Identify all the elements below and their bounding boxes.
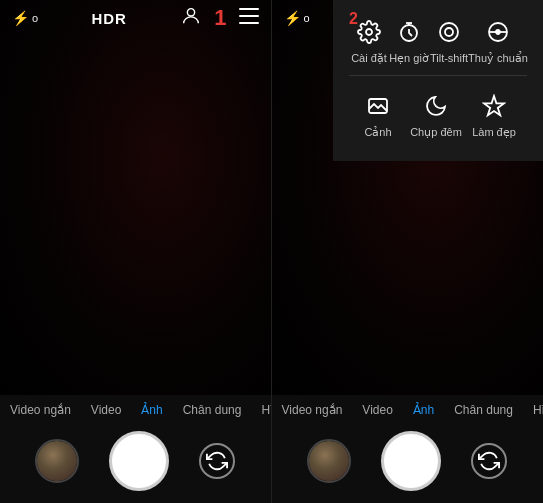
mode-tab-anh[interactable]: Ảnh xyxy=(131,403,172,417)
menu-row-2: Cảnh Chụp đêm xyxy=(333,84,543,145)
thumbnail-image-left xyxy=(37,441,77,481)
flash-off-label: o xyxy=(32,12,38,24)
shutter-button-left[interactable] xyxy=(109,431,169,491)
mode-tab-hinh-r[interactable]: Hình xyxy=(523,403,543,417)
bottom-bar-left: Video ngắn Video Ảnh Chân dung Hình xyxy=(0,395,271,503)
flash-icon: ⚡ xyxy=(12,10,29,26)
face-detection-icon[interactable] xyxy=(180,5,202,32)
flash-icon-right: ⚡ xyxy=(284,10,301,26)
camera-viewfinder-left: ⚡ o HDR 1 xyxy=(0,0,271,395)
svg-rect-2 xyxy=(239,15,259,17)
beauty-label: Làm đẹp xyxy=(472,126,516,139)
gallery-thumbnail-left[interactable] xyxy=(35,439,79,483)
menu-item-tiltshift[interactable]: Tilt-shift xyxy=(429,16,469,64)
camera-menu-overlay: 2 Cài đặt xyxy=(333,0,543,161)
menu-divider xyxy=(349,75,527,76)
tiltshift-icon xyxy=(433,16,465,48)
mode-tab-anh-r[interactable]: Ảnh xyxy=(403,403,444,417)
right-camera-panel: ⚡ o 2 Cài đặt xyxy=(272,0,544,503)
camera-flip-button-right[interactable] xyxy=(471,443,507,479)
menu-item-nightmode[interactable]: Chụp đêm xyxy=(407,90,465,139)
camera-controls-left xyxy=(0,423,271,503)
mode-tabs-left: Video ngắn Video Ảnh Chân dung Hình xyxy=(0,395,271,423)
timer-label: Hẹn giờ xyxy=(389,52,429,65)
menu-badge-1[interactable]: 1 xyxy=(214,5,226,31)
gallery-thumbnail-right[interactable] xyxy=(307,439,351,483)
nightmode-icon xyxy=(420,90,452,122)
svg-point-0 xyxy=(188,8,195,15)
scene-icon xyxy=(362,90,394,122)
nightmode-label: Chụp đêm xyxy=(410,126,462,139)
menu-lines-icon[interactable] xyxy=(239,8,259,28)
flash-control[interactable]: ⚡ o xyxy=(12,10,38,26)
hdr-button[interactable]: HDR xyxy=(91,10,127,27)
timer-icon xyxy=(393,16,425,48)
menu-badge-2: 2 xyxy=(349,10,358,28)
left-camera-panel: ⚡ o HDR 1 xyxy=(0,0,271,503)
thumbnail-image-right xyxy=(309,441,349,481)
settings-icon: 2 xyxy=(353,16,385,48)
menu-item-scene[interactable]: Cảnh xyxy=(349,90,407,139)
menu-item-beauty[interactable]: Làm đẹp xyxy=(465,90,523,139)
camera-controls-right xyxy=(272,423,544,503)
mode-tab-video-ngan[interactable]: Video ngắn xyxy=(0,403,81,417)
menu-item-level[interactable]: Thuỷ chuẩn xyxy=(469,16,527,65)
mode-tab-chan-dung-r[interactable]: Chân dung xyxy=(444,403,523,417)
top-bar-left: ⚡ o HDR 1 xyxy=(0,0,271,36)
flash-control-right[interactable]: ⚡ o xyxy=(284,10,310,26)
settings-label: Cài đặt xyxy=(351,52,387,65)
mode-tab-chan-dung[interactable]: Chân dung xyxy=(173,403,252,417)
camera-flip-button-left[interactable] xyxy=(199,443,235,479)
svg-point-4 xyxy=(366,29,372,35)
bottom-bar-right: Video ngắn Video Ảnh Chân dung Hình xyxy=(272,395,544,503)
flash-off-label-right: o xyxy=(304,12,310,24)
shutter-button-right[interactable] xyxy=(381,431,441,491)
camera-viewfinder-right: ⚡ o 2 Cài đặt xyxy=(272,0,544,395)
mode-tabs-right: Video ngắn Video Ảnh Chân dung Hình xyxy=(272,395,544,423)
svg-rect-1 xyxy=(239,8,259,10)
level-label: Thuỷ chuẩn xyxy=(468,52,528,65)
svg-point-7 xyxy=(445,28,453,36)
svg-rect-3 xyxy=(239,22,259,24)
mode-tab-video[interactable]: Video xyxy=(81,403,131,417)
menu-item-timer[interactable]: Hẹn giờ xyxy=(389,16,429,65)
mode-tab-video-r[interactable]: Video xyxy=(352,403,402,417)
mode-tab-video-ngan-r[interactable]: Video ngắn xyxy=(272,403,353,417)
menu-item-settings[interactable]: 2 Cài đặt xyxy=(349,16,389,65)
mode-tab-hinh[interactable]: Hình xyxy=(251,403,270,417)
menu-row-1: 2 Cài đặt xyxy=(333,10,543,71)
scene-label: Cảnh xyxy=(364,126,391,139)
beauty-icon xyxy=(478,90,510,122)
level-icon xyxy=(482,16,514,48)
tiltshift-label: Tilt-shift xyxy=(430,52,468,64)
svg-point-6 xyxy=(440,23,458,41)
